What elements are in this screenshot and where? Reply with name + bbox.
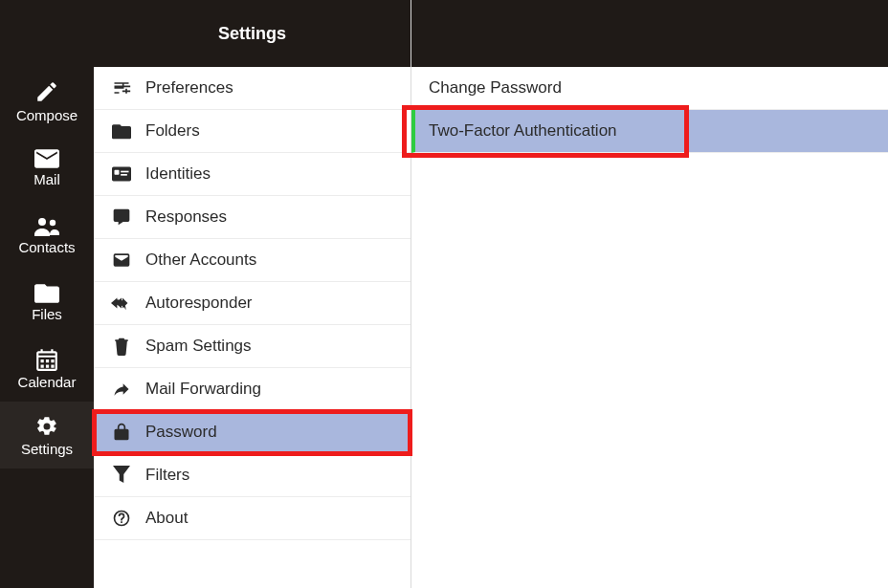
sub-header [411,0,888,67]
svg-rect-5 [121,174,127,176]
settings-column: Settings Preferences Folders Identities … [94,0,411,588]
compose-icon [34,79,59,104]
folder-icon [109,122,134,140]
nav-calendar[interactable]: Calendar [0,335,94,402]
svg-rect-4 [121,171,128,173]
settings-item-label: Responses [145,207,227,227]
settings-title: Settings [94,0,411,67]
sub-item-change-password[interactable]: Change Password [411,67,888,110]
settings-item-spam-settings[interactable]: Spam Settings [94,325,411,368]
nav-mail[interactable]: Mail [0,134,94,201]
nav-compose[interactable]: Compose [0,67,94,134]
settings-item-about[interactable]: About [94,497,411,540]
share-icon [109,380,134,399]
nav-compose-label: Compose [16,108,78,122]
nav-mail-label: Mail [33,172,60,186]
files-icon [34,282,59,303]
settings-item-label: Other Accounts [145,250,256,270]
sub-column: Change Password Two-Factor Authenticatio… [411,0,888,588]
trash-icon [109,337,134,356]
nav-contacts-label: Contacts [18,240,75,254]
question-circle-icon [109,509,134,528]
settings-item-autoresponder[interactable]: Autoresponder [94,282,411,325]
settings-item-other-accounts[interactable]: Other Accounts [94,239,411,282]
settings-item-responses[interactable]: Responses [94,196,411,239]
svg-point-0 [38,218,46,226]
settings-list: Preferences Folders Identities Responses [94,67,411,588]
settings-item-label: Filters [145,466,189,485]
gear-icon [35,415,58,438]
filter-icon [109,466,134,485]
nav-contacts[interactable]: Contacts [0,201,94,268]
reply-all-icon [109,294,134,312]
settings-item-label: Preferences [145,78,233,98]
settings-item-password[interactable]: Password [94,411,411,454]
mail-icon [34,149,59,168]
nav-settings-label: Settings [21,442,73,456]
settings-item-identities[interactable]: Identities [94,153,411,196]
sub-item-label: Two-Factor Authentication [429,121,617,141]
sub-item-two-factor[interactable]: Two-Factor Authentication [411,110,888,153]
settings-item-label: Autoresponder [145,294,253,313]
lock-icon [109,423,134,442]
id-card-icon [109,166,134,182]
settings-item-label: Password [145,423,217,442]
settings-item-label: Folders [145,121,200,141]
sub-list: Change Password Two-Factor Authenticatio… [411,67,888,588]
settings-item-label: About [145,509,188,528]
svg-rect-3 [115,170,120,175]
nav-settings[interactable]: Settings [0,402,94,468]
settings-item-mail-forwarding[interactable]: Mail Forwarding [94,368,411,411]
nav-files-label: Files [32,307,62,321]
nav-rail: Compose Mail Contacts Files Calendar Set… [0,0,94,588]
sub-item-label: Change Password [429,78,562,98]
sliders-icon [109,78,134,98]
settings-item-preferences[interactable]: Preferences [94,67,411,110]
nav-files[interactable]: Files [0,268,94,335]
comment-icon [109,207,134,227]
settings-item-filters[interactable]: Filters [94,454,411,497]
settings-item-folders[interactable]: Folders [94,110,411,153]
svg-point-1 [50,219,56,225]
envelope-open-icon [109,250,134,270]
settings-item-label: Identities [145,164,211,184]
settings-item-label: Spam Settings [145,337,252,356]
calendar-icon [34,348,59,371]
settings-item-label: Mail Forwarding [145,380,261,399]
nav-calendar-label: Calendar [18,375,77,389]
contacts-icon [33,215,61,236]
